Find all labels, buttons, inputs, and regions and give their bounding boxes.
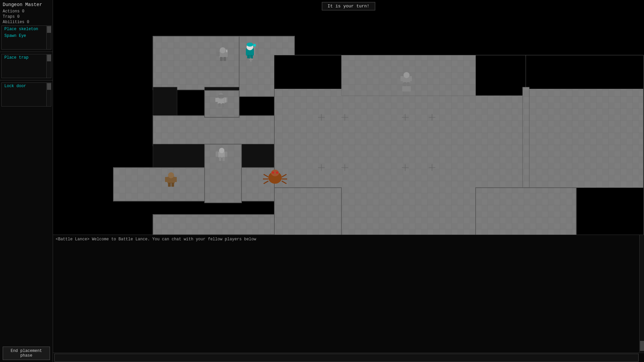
svg-rect-54 [254,45,255,55]
place-trap-button[interactable]: Place trap [2,54,46,61]
svg-rect-50 [223,57,226,61]
sidebar-title: Dungeon Master [0,0,53,9]
svg-rect-42 [476,188,576,235]
chat-scroll-thumb [640,341,644,351]
traps-scroll-thumb [47,55,51,61]
spawn-scrollbar[interactable] [46,26,51,49]
svg-rect-57 [250,55,253,58]
traps-scrollbar[interactable] [46,54,51,78]
svg-rect-95 [407,82,410,86]
door-panel: Lock door [1,82,51,107]
svg-point-91 [404,72,410,78]
lock-door-button[interactable]: Lock door [2,83,46,89]
svg-rect-20 [476,55,526,96]
chat-input-bar [53,353,644,362]
spawn-eye-button[interactable]: Spawn Eye [2,33,46,39]
svg-rect-96 [402,86,411,92]
svg-rect-46 [216,52,220,56]
chat-message: <Battle Lance> Welcome to Battle Lance. … [56,237,641,242]
end-placement-button[interactable]: End placement phase [3,347,50,360]
svg-rect-66 [218,103,221,107]
svg-rect-62 [218,95,224,98]
svg-rect-94 [404,82,406,86]
chat-input[interactable] [54,354,639,362]
door-scroll-thumb [47,83,51,90]
svg-point-55 [253,44,256,47]
svg-point-75 [168,172,174,178]
svg-rect-76 [165,177,168,182]
svg-point-83 [276,172,278,174]
svg-rect-14 [113,168,284,201]
svg-rect-67 [222,103,224,107]
svg-rect-16 [153,215,294,235]
svg-rect-93 [409,76,412,81]
traps-stat: Traps 0 [0,14,53,19]
svg-rect-48 [226,50,227,52]
svg-rect-49 [220,57,223,61]
svg-point-82 [272,172,274,174]
svg-rect-77 [174,177,177,182]
svg-point-53 [247,43,253,47]
svg-rect-11 [153,116,294,146]
svg-rect-39 [526,55,643,89]
svg-rect-56 [247,55,250,58]
svg-rect-40 [576,188,643,235]
door-scrollbar[interactable] [46,83,51,106]
svg-point-69 [219,148,224,153]
divider-1 [0,52,53,52]
place-skeleton-button[interactable]: Place skeleton [2,26,46,33]
game-area: It is your turn! [53,0,644,235]
actions-stat: Actions 0 [0,9,53,14]
chat-area: <Battle Lance> Welcome to Battle Lance. … [53,235,644,362]
svg-rect-18 [274,55,341,89]
chat-log: <Battle Lance> Welcome to Battle Lance. … [53,235,644,353]
svg-rect-72 [219,157,221,161]
svg-rect-78 [168,183,171,187]
sidebar: Dungeon Master Actions 0 Traps 0 Abiliti… [0,0,53,362]
svg-rect-73 [222,157,225,161]
dungeon-map [53,0,644,235]
spawn-scroll-thumb [47,26,51,33]
svg-rect-64 [215,98,218,102]
svg-rect-70 [216,152,218,157]
abilities-stat: Abilities 0 [0,19,53,25]
divider-2 [0,80,53,80]
svg-rect-43 [274,188,341,235]
svg-point-45 [220,47,226,53]
turn-notice: It is your turn! [322,2,375,10]
svg-rect-71 [225,152,227,157]
svg-rect-79 [171,183,174,187]
svg-rect-65 [224,98,226,103]
svg-rect-92 [400,76,403,81]
svg-rect-7 [153,36,240,90]
spawn-panel: Place skeleton Spawn Eye [1,25,51,50]
chat-scrollbar[interactable] [639,235,644,352]
sidebar-spacer [0,107,53,345]
svg-rect-9 [153,87,177,117]
traps-panel: Place trap [1,54,51,78]
